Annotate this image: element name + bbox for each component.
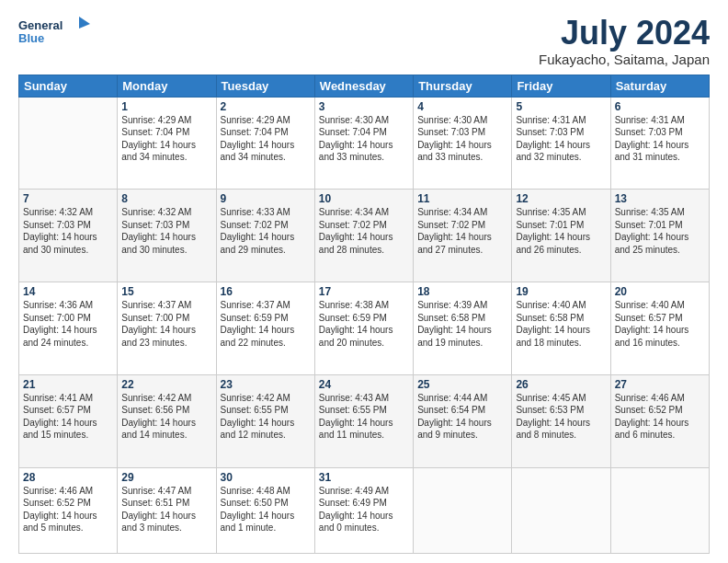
calendar-week-row: 21Sunrise: 4:41 AMSunset: 6:57 PMDayligh… xyxy=(19,374,710,467)
day-number: 4 xyxy=(417,100,507,113)
day-number: 23 xyxy=(221,378,311,391)
page: General Blue July 2024 Fukayacho, Saitam… xyxy=(0,0,728,563)
day-info: Sunrise: 4:30 AMSunset: 7:04 PMDaylight:… xyxy=(319,114,409,164)
day-number: 22 xyxy=(121,378,211,391)
day-number: 28 xyxy=(23,471,113,484)
day-number: 31 xyxy=(319,471,409,484)
calendar-day-cell: 9Sunrise: 4:33 AMSunset: 7:02 PMDaylight… xyxy=(216,190,314,282)
day-info: Sunrise: 4:31 AMSunset: 7:03 PMDaylight:… xyxy=(615,114,705,164)
day-info: Sunrise: 4:32 AMSunset: 7:03 PMDaylight:… xyxy=(23,206,113,256)
calendar-day-cell: 29Sunrise: 4:47 AMSunset: 6:51 PMDayligh… xyxy=(118,467,216,553)
day-number: 19 xyxy=(516,285,606,298)
day-header-thursday: Thursday xyxy=(414,75,512,97)
calendar-day-cell: 2Sunrise: 4:29 AMSunset: 7:04 PMDaylight… xyxy=(216,97,314,190)
calendar-day-cell: 31Sunrise: 4:49 AMSunset: 6:49 PMDayligh… xyxy=(314,467,413,553)
day-info: Sunrise: 4:33 AMSunset: 7:02 PMDaylight:… xyxy=(221,206,311,256)
day-number: 27 xyxy=(615,378,705,391)
calendar-day-cell: 13Sunrise: 4:35 AMSunset: 7:01 PMDayligh… xyxy=(610,190,709,282)
calendar-day-cell: 14Sunrise: 4:36 AMSunset: 7:00 PMDayligh… xyxy=(19,282,118,375)
day-number: 1 xyxy=(121,100,211,113)
calendar-day-cell: 16Sunrise: 4:37 AMSunset: 6:59 PMDayligh… xyxy=(216,282,314,375)
day-number: 8 xyxy=(121,192,211,205)
calendar-week-row: 7Sunrise: 4:32 AMSunset: 7:03 PMDaylight… xyxy=(19,190,710,282)
location: Fukayacho, Saitama, Japan xyxy=(539,52,710,67)
day-number: 16 xyxy=(221,285,311,298)
calendar-day-cell: 21Sunrise: 4:41 AMSunset: 6:57 PMDayligh… xyxy=(19,374,118,467)
day-number: 6 xyxy=(615,100,705,113)
calendar-day-cell: 23Sunrise: 4:42 AMSunset: 6:55 PMDayligh… xyxy=(216,374,314,467)
calendar-day-cell xyxy=(414,467,512,553)
day-info: Sunrise: 4:42 AMSunset: 6:56 PMDaylight:… xyxy=(121,392,211,442)
svg-text:General: General xyxy=(18,18,63,32)
calendar-day-cell: 15Sunrise: 4:37 AMSunset: 7:00 PMDayligh… xyxy=(118,282,216,375)
day-info: Sunrise: 4:48 AMSunset: 6:50 PMDaylight:… xyxy=(221,485,311,534)
month-year: July 2024 xyxy=(539,15,710,52)
day-info: Sunrise: 4:45 AMSunset: 6:53 PMDaylight:… xyxy=(516,392,606,442)
day-info: Sunrise: 4:46 AMSunset: 6:52 PMDaylight:… xyxy=(23,485,113,534)
day-number: 26 xyxy=(516,378,606,391)
calendar-day-cell: 10Sunrise: 4:34 AMSunset: 7:02 PMDayligh… xyxy=(314,190,413,282)
day-info: Sunrise: 4:31 AMSunset: 7:03 PMDaylight:… xyxy=(516,114,606,164)
calendar-day-cell: 18Sunrise: 4:39 AMSunset: 6:58 PMDayligh… xyxy=(414,282,512,375)
day-info: Sunrise: 4:38 AMSunset: 6:59 PMDaylight:… xyxy=(319,299,409,349)
day-number: 20 xyxy=(615,285,705,298)
calendar-day-cell: 27Sunrise: 4:46 AMSunset: 6:52 PMDayligh… xyxy=(610,374,709,467)
calendar-day-cell xyxy=(19,97,118,190)
day-header-tuesday: Tuesday xyxy=(216,75,314,97)
day-info: Sunrise: 4:29 AMSunset: 7:04 PMDaylight:… xyxy=(121,114,211,164)
calendar-day-cell: 8Sunrise: 4:32 AMSunset: 7:03 PMDaylight… xyxy=(118,190,216,282)
day-header-wednesday: Wednesday xyxy=(314,75,413,97)
day-number: 30 xyxy=(221,471,311,484)
calendar-day-cell: 4Sunrise: 4:30 AMSunset: 7:03 PMDaylight… xyxy=(414,97,512,190)
day-number: 11 xyxy=(417,192,507,205)
day-info: Sunrise: 4:46 AMSunset: 6:52 PMDaylight:… xyxy=(615,392,705,442)
day-info: Sunrise: 4:35 AMSunset: 7:01 PMDaylight:… xyxy=(516,206,606,256)
day-info: Sunrise: 4:34 AMSunset: 7:02 PMDaylight:… xyxy=(319,206,409,256)
calendar-day-cell: 17Sunrise: 4:38 AMSunset: 6:59 PMDayligh… xyxy=(314,282,413,375)
day-info: Sunrise: 4:39 AMSunset: 6:58 PMDaylight:… xyxy=(417,299,507,349)
day-number: 29 xyxy=(121,471,211,484)
calendar-day-cell: 11Sunrise: 4:34 AMSunset: 7:02 PMDayligh… xyxy=(414,190,512,282)
day-info: Sunrise: 4:49 AMSunset: 6:49 PMDaylight:… xyxy=(319,485,409,534)
day-number: 2 xyxy=(221,100,311,113)
calendar-day-cell: 6Sunrise: 4:31 AMSunset: 7:03 PMDaylight… xyxy=(610,97,709,190)
calendar-day-cell: 19Sunrise: 4:40 AMSunset: 6:58 PMDayligh… xyxy=(512,282,610,375)
day-number: 14 xyxy=(23,285,113,298)
svg-marker-2 xyxy=(79,17,90,29)
calendar-day-cell: 12Sunrise: 4:35 AMSunset: 7:01 PMDayligh… xyxy=(512,190,610,282)
svg-text:Blue: Blue xyxy=(18,31,44,45)
day-number: 17 xyxy=(319,285,409,298)
calendar-week-row: 1Sunrise: 4:29 AMSunset: 7:04 PMDaylight… xyxy=(19,97,710,190)
day-number: 21 xyxy=(23,378,113,391)
day-info: Sunrise: 4:44 AMSunset: 6:54 PMDaylight:… xyxy=(417,392,507,442)
calendar-day-cell: 25Sunrise: 4:44 AMSunset: 6:54 PMDayligh… xyxy=(414,374,512,467)
day-number: 18 xyxy=(417,285,507,298)
calendar-day-cell: 28Sunrise: 4:46 AMSunset: 6:52 PMDayligh… xyxy=(19,467,118,553)
day-number: 9 xyxy=(221,192,311,205)
calendar-day-cell: 3Sunrise: 4:30 AMSunset: 7:04 PMDaylight… xyxy=(314,97,413,190)
logo: General Blue xyxy=(18,15,92,50)
day-number: 3 xyxy=(319,100,409,113)
title-block: July 2024 Fukayacho, Saitama, Japan xyxy=(539,15,710,67)
day-header-monday: Monday xyxy=(118,75,216,97)
day-header-friday: Friday xyxy=(512,75,610,97)
day-number: 13 xyxy=(615,192,705,205)
calendar-day-cell xyxy=(512,467,610,553)
day-header-sunday: Sunday xyxy=(19,75,118,97)
header: General Blue July 2024 Fukayacho, Saitam… xyxy=(18,15,710,67)
logo-svg: General Blue xyxy=(18,15,92,50)
calendar-day-cell xyxy=(610,467,709,553)
day-number: 25 xyxy=(417,378,507,391)
day-info: Sunrise: 4:40 AMSunset: 6:57 PMDaylight:… xyxy=(615,299,705,349)
calendar-day-cell: 1Sunrise: 4:29 AMSunset: 7:04 PMDaylight… xyxy=(118,97,216,190)
day-header-saturday: Saturday xyxy=(610,75,709,97)
day-number: 12 xyxy=(516,192,606,205)
day-info: Sunrise: 4:35 AMSunset: 7:01 PMDaylight:… xyxy=(615,206,705,256)
calendar-day-cell: 5Sunrise: 4:31 AMSunset: 7:03 PMDaylight… xyxy=(512,97,610,190)
day-info: Sunrise: 4:29 AMSunset: 7:04 PMDaylight:… xyxy=(221,114,311,164)
day-info: Sunrise: 4:47 AMSunset: 6:51 PMDaylight:… xyxy=(121,485,211,534)
day-info: Sunrise: 4:37 AMSunset: 6:59 PMDaylight:… xyxy=(221,299,311,349)
calendar-week-row: 28Sunrise: 4:46 AMSunset: 6:52 PMDayligh… xyxy=(19,467,710,553)
day-info: Sunrise: 4:34 AMSunset: 7:02 PMDaylight:… xyxy=(417,206,507,256)
calendar-day-cell: 26Sunrise: 4:45 AMSunset: 6:53 PMDayligh… xyxy=(512,374,610,467)
